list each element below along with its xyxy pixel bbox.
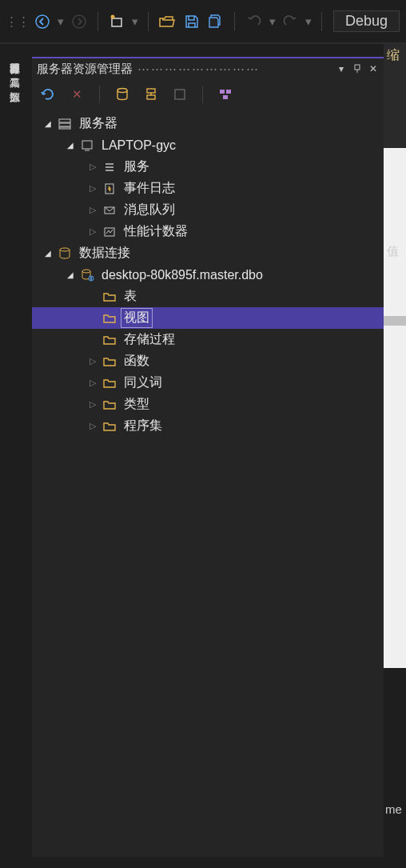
panel-titlebar: 服务器资源管理器 ⋯⋯⋯⋯⋯⋯⋯⋯⋯ ▾ ✕ [32,58,384,79]
folder-icon [101,355,118,368]
svg-rect-13 [223,95,228,99]
stop-button: ✕ [67,85,86,104]
svg-rect-24 [105,228,114,236]
node-label: 存储过程 [121,330,177,349]
tree-node-services[interactable]: 服务 [32,156,384,178]
svg-rect-11 [220,90,225,94]
expand-icon[interactable] [86,355,99,368]
expand-icon[interactable] [64,269,77,282]
tree-node-db[interactable]: desktop-80k895f.master.dbo [32,264,384,286]
tree-node-views[interactable]: 视图 [32,307,384,329]
folder-icon [101,290,118,303]
envelope-icon [101,204,118,217]
config-selector[interactable]: Debug [333,10,400,32]
svg-point-26 [82,270,90,273]
nav-forward-button[interactable] [69,10,90,33]
svg-rect-8 [147,95,155,99]
expand-icon[interactable] [86,377,99,390]
separator [99,86,100,103]
folder-icon [101,398,118,411]
tree-node-machine[interactable]: LAPTOP-gyc [32,134,384,156]
sidetab-datasource[interactable]: 数据源 [0,79,22,89]
node-label: 消息队列 [121,201,177,219]
tree-node-eventlog[interactable]: 事件日志 [32,178,384,199]
svg-point-1 [73,15,86,28]
tree-view[interactable]: 服务器 LAPTOP-gyc 服务 事件日志 [32,110,384,857]
nav-back-button[interactable] [32,10,53,33]
svg-point-6 [117,89,127,93]
node-label: 函数 [121,352,152,370]
svg-point-3 [111,14,115,18]
redo-button[interactable] [280,10,301,33]
undo-button[interactable] [243,10,264,33]
connect-server-button[interactable] [141,85,161,104]
new-item-button[interactable] [106,10,127,33]
right-cutoff-area: 缩 值 me [384,44,406,868]
dropdown-icon[interactable]: ▾ [131,10,140,33]
node-label: 事件日志 [121,179,177,198]
svg-rect-12 [226,90,231,94]
node-label: 同义词 [121,374,165,392]
svg-rect-15 [59,123,70,126]
expand-icon[interactable] [86,182,99,195]
svg-point-25 [60,248,70,251]
services-icon[interactable] [216,85,235,104]
eventlog-icon [101,182,118,195]
close-button[interactable]: ✕ [368,63,379,74]
panel-menu-button[interactable]: ▾ [336,63,347,74]
node-label: 类型 [121,395,152,414]
tree-node-sprocs[interactable]: 存储过程 [32,329,384,350]
sidetab-server-explorer[interactable]: 服务器资源管理器 [0,50,22,60]
refresh-button[interactable] [38,85,58,104]
tree-node-functions[interactable]: 函数 [32,350,384,372]
node-label: 数据连接 [77,244,133,262]
panel-title-text: 服务器资源管理器 [37,62,133,77]
tree-node-perfcounter[interactable]: 性能计数器 [32,221,384,242]
connect-db-button[interactable] [113,85,132,104]
azure-button [170,85,189,104]
expand-icon[interactable] [64,139,77,152]
node-label: 表 [121,287,139,306]
tree-node-assemblies[interactable]: 程序集 [32,415,384,437]
tree-node-mqueue[interactable]: 消息队列 [32,199,384,221]
list-icon [101,161,118,174]
svg-rect-23 [105,207,114,214]
expand-icon[interactable] [86,204,99,217]
node-label: LAPTOP-gyc [99,138,178,154]
expand-icon[interactable] [86,226,99,238]
pin-button[interactable] [352,63,363,74]
svg-rect-7 [147,89,155,93]
folder-icon [101,377,118,390]
svg-rect-10 [175,90,185,99]
expand-icon[interactable] [42,118,54,130]
right-dark-strip: me [384,668,406,868]
separator [202,86,203,103]
sidetab-toolbox[interactable]: 工具箱 [0,65,22,74]
save-button[interactable] [181,10,201,33]
dropdown-icon[interactable]: ▾ [304,10,313,33]
node-label: 性能计数器 [121,222,190,241]
panel-toolbar: ✕ [32,79,384,110]
dropdown-icon[interactable]: ▾ [268,10,277,33]
expand-icon[interactable] [86,420,99,433]
open-file-button[interactable] [157,10,177,33]
tree-node-types[interactable]: 类型 [32,394,384,415]
tree-node-synonyms[interactable]: 同义词 [32,372,384,394]
svg-rect-2 [112,18,121,26]
server-explorer-panel: 服务器资源管理器 ⋯⋯⋯⋯⋯⋯⋯⋯⋯ ▾ ✕ ✕ [32,57,384,857]
svg-rect-22 [105,184,113,194]
save-all-button[interactable] [205,10,226,33]
node-label: 视图 [121,309,152,327]
separator [321,12,322,31]
tree-node-dataconn[interactable]: 数据连接 [32,242,384,264]
dropdown-icon[interactable]: ▾ [56,10,65,33]
expand-icon[interactable] [42,247,54,260]
tree-node-tables[interactable]: 表 [32,286,384,307]
expand-icon[interactable] [86,398,99,411]
folder-icon [101,334,118,346]
right-light-strip [384,148,406,668]
expand-icon[interactable] [86,161,99,174]
separator [234,12,235,31]
right-fragment: me [385,802,402,816]
tree-node-servers[interactable]: 服务器 [32,113,384,134]
